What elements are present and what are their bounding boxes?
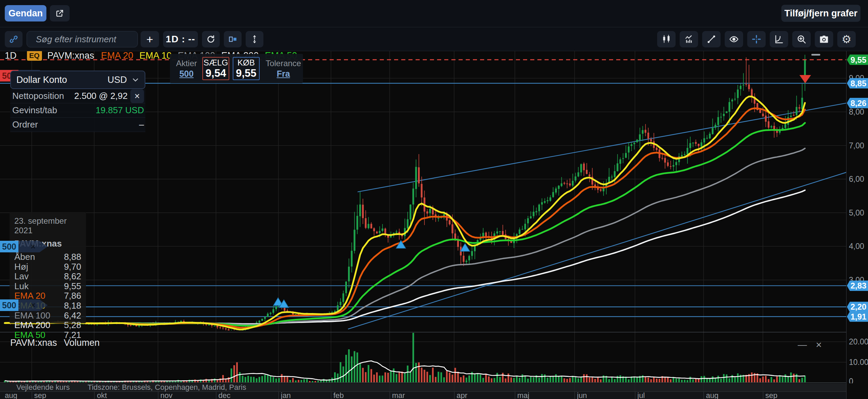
link-chart-button[interactable] — [5, 31, 23, 47]
link-icon — [9, 35, 18, 44]
scale-icon — [774, 34, 784, 44]
time-axis[interactable]: augsepoktnovdecjanfebmaraprmajjunjulaugs… — [0, 391, 846, 399]
time-axis-tick — [94, 392, 95, 399]
refresh-button[interactable] — [202, 31, 220, 47]
time-axis-tick — [454, 392, 454, 399]
tooltip-row-value: 8,88 — [64, 252, 81, 262]
account-row-value: – — [139, 119, 144, 130]
time-axis-tick — [331, 392, 331, 399]
price-axis[interactable]: 9,008,007,006,005,004,003,009,558,858,26… — [846, 51, 868, 399]
shares-label: Aktier — [176, 58, 197, 69]
buy-button[interactable]: KØB 9,55 — [233, 57, 260, 80]
time-axis-tick — [390, 392, 390, 399]
scale-button[interactable] — [770, 31, 788, 47]
account-row-value: 2.500 @ 2,92 — [74, 91, 128, 101]
snapshot-button[interactable] — [815, 31, 833, 47]
indicator-icon — [684, 34, 694, 44]
price-alert-badge[interactable]: 1,91 — [847, 311, 868, 322]
price-axis-label: 5,00 — [849, 208, 864, 217]
account-row: Gevinst/tab19.857 USD — [10, 103, 145, 118]
eye-icon — [729, 34, 739, 44]
shares-value[interactable]: 500 — [179, 69, 194, 79]
external-link-icon — [55, 9, 64, 18]
time-axis-month: dec — [218, 392, 230, 399]
interval-button[interactable]: 1D : -- — [163, 31, 198, 47]
order-tag-size: 500 — [0, 299, 18, 311]
sell-price: 9,54 — [205, 68, 226, 79]
instrument-search[interactable] — [27, 31, 138, 47]
collapse-chart-handle[interactable] — [811, 54, 820, 56]
search-input[interactable] — [36, 34, 151, 45]
collapse-volume-handle[interactable]: — — [798, 340, 807, 350]
tooltip-row-value: 8,18 — [64, 301, 81, 311]
tooltip-row-label: EMA 50 — [14, 330, 64, 340]
tooltip-row: Lav8,62 — [14, 271, 81, 281]
volume-axis-label: 10.000.000 — [849, 358, 868, 367]
drawing-tools-button[interactable] — [702, 31, 721, 47]
tolerance-value[interactable]: Fra — [277, 69, 290, 79]
time-axis-month: jan — [281, 392, 291, 399]
price-alert-badge[interactable]: 2,20 — [847, 301, 868, 312]
price-alert-badge[interactable]: 8,85 — [847, 78, 868, 89]
order-tag[interactable]: 500× — [0, 241, 18, 252]
account-currency: USD — [107, 75, 127, 85]
add-instrument-button[interactable]: + — [141, 31, 159, 47]
account-panel: Dollar Konto USD Nettoposition2.500 @ 2,… — [10, 70, 145, 132]
tooltip-row-value: 8,62 — [64, 271, 81, 281]
legend-interval: 1D — [5, 50, 17, 61]
tooltip-row: EMA 2005,28 — [14, 320, 81, 330]
sell-button[interactable]: SÆLG 9,54 — [202, 57, 229, 80]
time-axis-tick — [32, 392, 32, 399]
gear-icon: ⚙ — [842, 33, 852, 46]
legend-symbol[interactable]: PAVM:xnas — [47, 50, 94, 61]
restore-button[interactable]: Gendan — [5, 5, 46, 21]
time-axis-month: aug — [706, 392, 719, 399]
account-name: Dollar Konto — [16, 75, 107, 85]
visibility-button[interactable] — [725, 31, 743, 47]
indicators-button[interactable] — [680, 31, 698, 47]
close-position-button[interactable]: × — [130, 89, 144, 103]
crosshair-button[interactable] — [747, 31, 766, 47]
footer-hint-bar: Vejledende kurs Tidszone: Brussels, Cope… — [0, 383, 846, 391]
price-alert-badge[interactable]: 2,83 — [847, 280, 868, 291]
account-row-label: Ordrer — [12, 119, 139, 130]
time-axis-month: okt — [97, 392, 107, 399]
price-alert-badge[interactable]: 9,55 — [847, 55, 868, 65]
account-selector[interactable]: Dollar Konto USD — [10, 71, 145, 89]
tooltip-row-value: 9,70 — [64, 262, 81, 272]
account-row-label: Gevinst/tab — [12, 105, 96, 116]
tooltip-row-value: 5,28 — [64, 320, 81, 330]
fit-vertical-button[interactable] — [246, 31, 263, 47]
price-alert-badge[interactable]: 8,26 — [847, 98, 868, 108]
legend-indicator[interactable]: EMA 10 — [139, 50, 172, 61]
settings-button[interactable]: ⚙ — [837, 31, 856, 47]
add-remove-charts-button[interactable]: Tilføj/fjern grafer — [781, 5, 860, 22]
order-tag[interactable]: 500× — [0, 299, 18, 311]
popout-button[interactable] — [50, 5, 70, 21]
time-axis-month: feb — [333, 392, 344, 399]
tooltip-row-label: Luk — [14, 281, 64, 291]
candlestick-icon — [662, 34, 671, 44]
tooltip-row: EMA 507,21 — [14, 330, 81, 340]
tooltip-row-label: EMA 200 — [14, 320, 64, 330]
time-axis-tick — [515, 392, 515, 399]
price-axis-label: 8,00 — [849, 107, 864, 117]
account-row: Nettoposition2.500 @ 2,92× — [10, 89, 145, 103]
tooltip-row-value: 7,21 — [64, 330, 81, 340]
legend-indicator[interactable]: EMA 20 — [101, 50, 133, 61]
account-row-value: 19.857 USD — [96, 105, 144, 116]
tooltip-row-value: 7,86 — [64, 291, 81, 301]
close-volume-button[interactable]: × — [816, 339, 822, 351]
time-axis-month: maj — [517, 392, 529, 399]
tolerance-label: Tolerance — [265, 58, 301, 69]
time-axis-tick — [278, 392, 279, 399]
layout-button[interactable] — [224, 31, 242, 47]
account-row: Ordrer– — [10, 118, 145, 132]
window-header: Gendan Tilføj/fjern grafer — [0, 0, 868, 27]
tooltip-row: Luk9,55 — [14, 281, 81, 291]
chart-type-button[interactable] — [657, 31, 676, 47]
time-axis-month: apr — [457, 392, 467, 399]
camera-icon — [819, 34, 829, 44]
account-row-label: Nettoposition — [12, 91, 74, 101]
zoom-button[interactable] — [792, 31, 811, 47]
